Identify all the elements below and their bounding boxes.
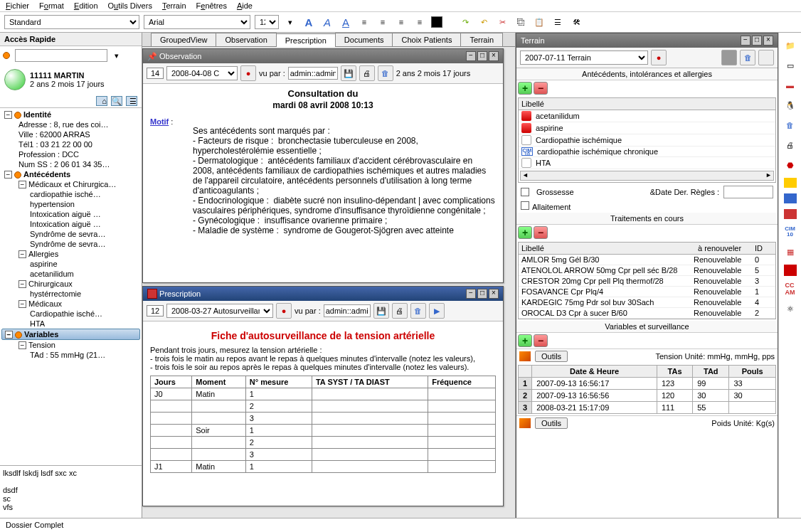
- cut-icon[interactable]: ✂: [495, 15, 509, 29]
- menubar[interactable]: FFichierichier Format Edition Outils Div…: [0, 0, 801, 12]
- search-patient-input[interactable]: [15, 49, 107, 62]
- menu-outils[interactable]: Outils Divers: [108, 1, 152, 10]
- delete-icon[interactable]: 🗑: [410, 303, 426, 319]
- delete-icon[interactable]: 🗑: [740, 50, 755, 65]
- terrain-date-select[interactable]: 2007-07-11 Terrain: [520, 50, 648, 65]
- notes-area[interactable]: lksdlf lskdj lsdf sxc xc dsdf sc vfs: [0, 465, 142, 522]
- align-justify-icon[interactable]: ≡: [413, 15, 427, 29]
- minimize-icon[interactable]: −: [466, 289, 476, 299]
- play-icon[interactable]: ▶: [429, 303, 445, 319]
- menu-format[interactable]: Format: [39, 1, 64, 10]
- motif-link[interactable]: Motif: [150, 117, 169, 126]
- tab-choixpatients[interactable]: Choix Patients: [392, 33, 461, 46]
- pin-icon[interactable]: 📌: [147, 52, 157, 61]
- molecules-icon[interactable]: ⚛: [783, 302, 798, 316]
- font-select[interactable]: Arial: [144, 15, 250, 29]
- tools-icon[interactable]: 🛠: [569, 15, 583, 29]
- bold-icon[interactable]: A: [302, 15, 316, 29]
- tab-documents[interactable]: Documents: [335, 33, 393, 46]
- bars1-icon[interactable]: [784, 178, 797, 188]
- trash-icon[interactable]: 🗑: [783, 118, 798, 132]
- print-icon[interactable]: 🖨: [392, 303, 408, 319]
- menu-fenetres[interactable]: Fenêtres: [196, 1, 227, 10]
- remove-button[interactable]: −: [534, 334, 548, 347]
- tab-prescription[interactable]: Prescription: [276, 33, 336, 47]
- close-icon[interactable]: ×: [489, 289, 499, 299]
- add-button[interactable]: +: [518, 334, 532, 347]
- date-select[interactable]: 2008-04-08 C: [166, 66, 238, 80]
- prescription-body[interactable]: Fiche d'autosurveillance de la tension a…: [143, 321, 503, 506]
- print-icon[interactable]: 🖨: [783, 138, 798, 152]
- menu-terrain[interactable]: Terrain: [162, 1, 186, 10]
- nav-icon[interactable]: ⌂: [96, 96, 107, 106]
- tab-terrain[interactable]: Terrain: [460, 33, 503, 46]
- maximize-icon[interactable]: □: [477, 51, 487, 61]
- fontsize-select[interactable]: 12: [255, 15, 279, 29]
- maximize-icon[interactable]: □: [477, 289, 487, 299]
- tab-groupedview[interactable]: GroupedView: [151, 33, 216, 46]
- doc-icon[interactable]: ▭: [783, 58, 798, 73]
- underline-icon[interactable]: A: [339, 15, 353, 29]
- blank-icon[interactable]: [721, 50, 737, 65]
- patient-block[interactable]: 11111 MARTIN 2 ans 2 mois 17 jours: [0, 65, 142, 95]
- color-picker[interactable]: [431, 16, 442, 28]
- observation-window[interactable]: 📌 Observation − □ × 14 2008-04-08 C ● vu…: [142, 48, 504, 283]
- list-icon[interactable]: ☰: [551, 15, 565, 29]
- remove-button[interactable]: −: [534, 226, 548, 239]
- right-iconbar[interactable]: 📁 ▭ ▬ 🐧 🗑 🖨 ⬣ CIM10 ▦ CCAM ⚛: [778, 33, 801, 522]
- nav-icon[interactable]: 🔍: [111, 96, 122, 106]
- copy-icon[interactable]: ⿻: [514, 15, 528, 29]
- save-icon[interactable]: 💾: [341, 65, 356, 81]
- outils-button[interactable]: Outils: [535, 417, 568, 429]
- print-icon[interactable]: 🖨: [359, 65, 375, 81]
- grossesse-checkbox[interactable]: [521, 188, 529, 196]
- add-button[interactable]: +: [518, 82, 532, 95]
- grid-icon[interactable]: ▦: [783, 245, 798, 259]
- remove-button[interactable]: −: [534, 82, 548, 95]
- date-regles-input[interactable]: [723, 186, 773, 198]
- menu-aide[interactable]: Aide: [237, 1, 253, 10]
- undo-icon[interactable]: ↶: [477, 15, 491, 29]
- record-icon[interactable]: ●: [240, 65, 256, 81]
- list-icon[interactable]: ▬: [783, 78, 798, 92]
- stop-icon[interactable]: ⬣: [783, 158, 798, 172]
- tab-observation[interactable]: Observation: [216, 33, 276, 46]
- prescription-window[interactable]: Prescription − □ × 12 2008-03-27 Autosur…: [142, 286, 504, 506]
- nav-icon[interactable]: ☰: [126, 96, 137, 106]
- save-icon[interactable]: 💾: [373, 303, 389, 319]
- patient-tree[interactable]: −Identité Adresse : 8, rue des coi… Vill…: [0, 107, 142, 465]
- record-icon[interactable]: ●: [651, 50, 667, 65]
- align-center-icon[interactable]: ≡: [376, 15, 390, 29]
- dropdown-icon[interactable]: ▾: [283, 15, 297, 29]
- outils-button[interactable]: Outils: [535, 351, 568, 362]
- vidal-icon[interactable]: [784, 265, 797, 276]
- penguin-icon[interactable]: 🐧: [783, 98, 798, 112]
- paste-icon[interactable]: 📋: [532, 15, 546, 29]
- observation-body[interactable]: Consultation du mardi 08 avril 2008 10:1…: [143, 84, 503, 282]
- allaitement-checkbox[interactable]: [521, 201, 529, 210]
- cim10-icon[interactable]: CIM10: [783, 225, 798, 239]
- add-button[interactable]: +: [518, 226, 532, 239]
- tension-data-table[interactable]: Date & HeureTAsTAdPouls 12007-09-13 16:5…: [518, 365, 776, 414]
- menu-fichier[interactable]: FFichierichier: [6, 1, 29, 10]
- tabbar[interactable]: GroupedView Observation Prescription Doc…: [142, 33, 515, 47]
- align-right-icon[interactable]: ≡: [394, 15, 408, 29]
- maximize-icon[interactable]: □: [752, 36, 762, 46]
- italic-icon[interactable]: A: [320, 15, 334, 29]
- folder-icon[interactable]: 📁: [783, 38, 798, 53]
- close-icon[interactable]: ×: [489, 51, 499, 61]
- minimize-icon[interactable]: −: [741, 36, 750, 46]
- menu-edition[interactable]: Edition: [74, 1, 98, 10]
- minimize-icon[interactable]: −: [466, 51, 476, 61]
- align-left-icon[interactable]: ≡: [357, 15, 371, 29]
- close-icon[interactable]: ×: [763, 36, 773, 46]
- blank2-icon[interactable]: [758, 50, 774, 65]
- date-select[interactable]: 2008-03-27 Autosurveillance: [166, 304, 273, 318]
- h-scrollbar[interactable]: [520, 171, 774, 181]
- redo-icon[interactable]: ↷: [458, 15, 472, 29]
- cc-icon[interactable]: CCAM: [783, 282, 798, 296]
- dropdown-icon[interactable]: ▾: [110, 48, 124, 63]
- user-input[interactable]: [324, 304, 371, 317]
- record-icon[interactable]: ●: [276, 303, 292, 319]
- user-input[interactable]: [288, 67, 338, 80]
